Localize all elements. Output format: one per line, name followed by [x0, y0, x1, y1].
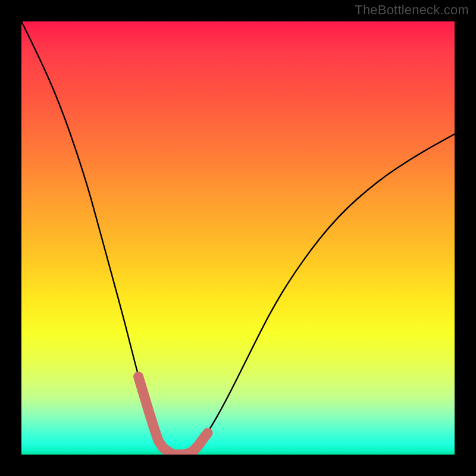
curve-layer — [21, 21, 455, 455]
optimal-zone-marker — [139, 377, 208, 455]
bottleneck-curve — [21, 21, 455, 455]
plot-area — [21, 21, 455, 455]
chart-frame: TheBottleneck.com — [0, 0, 476, 476]
watermark-text: TheBottleneck.com — [355, 2, 469, 18]
